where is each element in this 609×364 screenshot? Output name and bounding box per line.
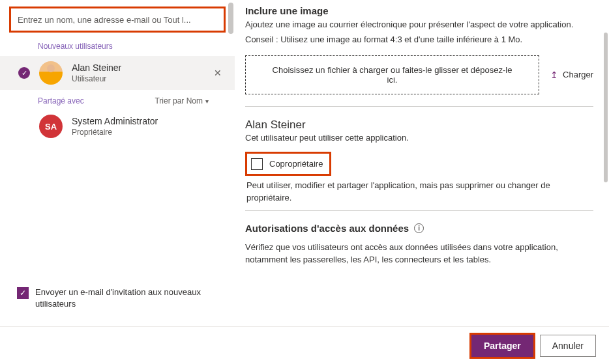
detail-user-name: Alan Steiner bbox=[245, 119, 593, 132]
footer: Partager Annuler bbox=[0, 326, 609, 364]
remove-user-button[interactable]: ✕ bbox=[210, 68, 226, 78]
user-role: Propriétaire bbox=[72, 128, 226, 137]
search-input[interactable]: Entrez un nom, une adresse e-mail ou Tou… bbox=[9, 7, 226, 33]
upload-icon: ↥ bbox=[550, 70, 559, 79]
user-row-alan[interactable]: ✓ Alan Steiner Utilisateur ✕ bbox=[0, 56, 235, 90]
upload-button[interactable]: ↥ Charger bbox=[550, 55, 593, 94]
shared-with-label: Partagé avec bbox=[38, 96, 84, 105]
left-panel: Entrez un nom, une adresse e-mail ou Tou… bbox=[0, 0, 235, 326]
user-name: System Administrator bbox=[72, 116, 226, 126]
coowner-desc: Peut utiliser, modifier et partager l'ap… bbox=[245, 180, 593, 204]
divider bbox=[245, 210, 593, 211]
scrollbar[interactable] bbox=[604, 33, 608, 182]
permissions-desc: Vérifiez que vos utilisateurs ont accès … bbox=[245, 242, 593, 266]
include-image-desc: Ajoutez une image au courrier électroniq… bbox=[245, 19, 593, 31]
user-name: Alan Steiner bbox=[72, 63, 201, 73]
avatar bbox=[39, 61, 63, 85]
invite-label: Envoyer un e-mail d'invitation aux nouve… bbox=[35, 287, 223, 310]
include-image-tip: Conseil : Utilisez une image au format 4… bbox=[245, 34, 593, 46]
cancel-button[interactable]: Annuler bbox=[540, 335, 596, 357]
new-users-label: Nouveaux utilisateurs bbox=[0, 36, 235, 56]
right-panel: Inclure une image Ajoutez une image au c… bbox=[235, 0, 609, 326]
divider bbox=[245, 106, 593, 107]
coowner-option[interactable]: ✓ Copropriétaire bbox=[245, 152, 331, 176]
info-icon[interactable]: i bbox=[414, 223, 424, 233]
permissions-heading: Autorisations d'accès aux données bbox=[245, 223, 409, 234]
scrollbar[interactable] bbox=[228, 3, 233, 34]
invite-checkbox[interactable]: ✓ bbox=[17, 287, 29, 299]
detail-user-desc: Cet utilisateur peut utiliser cette appl… bbox=[245, 133, 593, 143]
coowner-checkbox[interactable]: ✓ bbox=[251, 158, 263, 170]
include-image-heading: Inclure une image bbox=[245, 5, 593, 16]
sort-button[interactable]: Trier par Nom ▾ bbox=[155, 96, 209, 105]
user-role: Utilisateur bbox=[72, 74, 201, 83]
check-icon: ✓ bbox=[18, 67, 30, 79]
user-row-sa[interactable]: SA System Administrator Propriétaire bbox=[0, 109, 235, 143]
chevron-down-icon: ▾ bbox=[205, 98, 209, 105]
share-button[interactable]: Partager bbox=[471, 335, 533, 357]
file-dropzone[interactable]: Choisissez un fichier à charger ou faite… bbox=[245, 55, 539, 94]
coowner-label: Copropriétaire bbox=[269, 159, 323, 169]
avatar: SA bbox=[39, 115, 63, 138]
